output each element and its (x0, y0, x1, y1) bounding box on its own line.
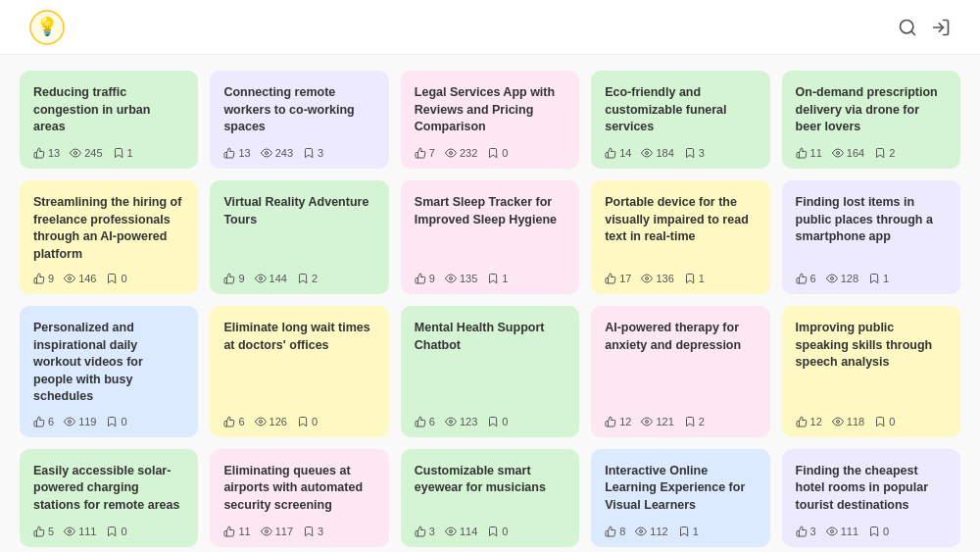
like-icon (33, 147, 45, 159)
idea-card[interactable]: Interactive Online Learning Experience f… (591, 449, 769, 547)
idea-card[interactable]: Virtual Reality Adventure Tours 9 144 (210, 180, 388, 294)
eye-icon (641, 273, 653, 284)
bookmark-icon (678, 526, 690, 537)
bookmark-icon (106, 273, 118, 284)
idea-card[interactable]: Improving public speaking skills through… (782, 306, 960, 437)
idea-card[interactable]: Eco-friendly and customizable funeral se… (591, 71, 769, 169)
eye-icon (832, 147, 844, 159)
like-icon (415, 416, 426, 427)
idea-card[interactable]: Eliminating queues at airports with auto… (210, 449, 388, 547)
card-title: On-demand prescription delivery via dron… (796, 84, 947, 137)
idea-card[interactable]: Personalized and inspirational daily wor… (20, 306, 198, 437)
eye-icon (641, 416, 653, 427)
svg-point-10 (69, 277, 72, 280)
svg-text:💡: 💡 (36, 16, 59, 37)
like-icon (605, 273, 616, 284)
bookmarks-count: 0 (502, 526, 508, 537)
card-title: Finding the cheapest hotel rooms in popu… (796, 463, 947, 516)
card-title: Customizable smart eyewear for musicians (415, 463, 565, 516)
views-stat: 117 (261, 526, 293, 537)
svg-point-15 (69, 420, 72, 423)
svg-point-24 (830, 529, 833, 532)
views-stat: 146 (64, 273, 96, 284)
bookmark-icon (297, 416, 309, 427)
bookmarks-stat: 3 (303, 147, 323, 159)
bookmarks-count: 1 (699, 273, 705, 284)
idea-card[interactable]: Portable device for the visually impaire… (591, 180, 769, 294)
likes-count: 6 (429, 416, 435, 427)
logo-icon: 💡 (29, 10, 65, 45)
svg-point-23 (640, 529, 643, 532)
cards-grid: Reducing traffic congestion in urban are… (0, 55, 980, 552)
idea-card[interactable]: Reducing traffic congestion in urban are… (20, 71, 198, 169)
likes-count: 6 (48, 416, 54, 427)
bookmarks-count: 1 (127, 147, 133, 159)
bookmarks-stat: 0 (106, 416, 126, 427)
views-stat: 126 (255, 416, 287, 427)
eye-icon (64, 416, 75, 427)
idea-card[interactable]: AI-powered therapy for anxiety and depre… (591, 306, 769, 437)
views-count: 245 (84, 147, 102, 159)
idea-card[interactable]: Finding the cheapest hotel rooms in popu… (782, 449, 960, 547)
views-count: 121 (656, 416, 673, 427)
like-icon (415, 147, 426, 159)
views-stat: 114 (445, 526, 477, 537)
likes-stat: 6 (33, 416, 54, 427)
card-stats: 9 135 1 (415, 273, 565, 284)
logo[interactable]: 💡 (29, 10, 73, 45)
idea-card[interactable]: Customizable smart eyewear for musicians… (401, 449, 579, 547)
views-count: 123 (460, 416, 477, 427)
card-stats: 9 144 2 (223, 273, 374, 284)
idea-card[interactable]: Finding lost items in public places thro… (782, 180, 960, 294)
like-icon (796, 526, 808, 537)
idea-card[interactable]: Legal Services App with Reviews and Pric… (401, 71, 579, 169)
views-count: 119 (78, 416, 96, 427)
card-title: Mental Health Support Chatbot (415, 320, 565, 406)
bookmarks-stat: 1 (684, 273, 705, 284)
like-icon (796, 416, 808, 427)
header-actions (898, 18, 951, 37)
svg-point-22 (449, 529, 452, 532)
bookmarks-count: 0 (502, 416, 508, 427)
bookmarks-count: 0 (889, 416, 895, 427)
card-stats: 11 164 2 (796, 147, 947, 159)
idea-card[interactable]: Mental Health Support Chatbot 6 123 (401, 306, 579, 437)
bookmarks-count: 2 (312, 273, 318, 284)
idea-card[interactable]: Smart Sleep Tracker for Improved Sleep H… (401, 180, 579, 294)
search-icon[interactable] (898, 18, 917, 37)
idea-card[interactable]: Eliminate long wait times at doctors' of… (210, 306, 388, 437)
likes-stat: 13 (223, 147, 250, 159)
bookmarks-stat: 2 (684, 416, 705, 427)
idea-card[interactable]: Streamlining the hiring of freelance pro… (20, 180, 198, 294)
bookmarks-count: 3 (318, 147, 323, 159)
bookmarks-stat: 0 (297, 416, 318, 427)
likes-stat: 9 (33, 273, 54, 284)
bookmarks-stat: 1 (487, 273, 508, 284)
views-stat: 164 (832, 147, 864, 159)
idea-card[interactable]: On-demand prescription delivery via dron… (782, 71, 960, 169)
views-count: 243 (275, 147, 293, 159)
eye-icon (255, 273, 267, 284)
bookmark-icon (874, 416, 886, 427)
svg-point-17 (449, 420, 452, 423)
bookmarks-count: 0 (502, 147, 508, 159)
likes-count: 3 (429, 526, 435, 537)
eye-icon (445, 416, 457, 427)
likes-stat: 6 (796, 273, 816, 284)
bookmarks-count: 0 (312, 416, 318, 427)
likes-stat: 17 (605, 273, 631, 284)
bookmark-icon (487, 416, 499, 427)
card-title: Reducing traffic congestion in urban are… (33, 84, 184, 137)
svg-point-11 (259, 277, 262, 280)
idea-card[interactable]: Easily accessible solar-powered charging… (20, 449, 198, 547)
eye-icon (261, 147, 272, 159)
eye-icon (64, 526, 75, 537)
idea-card[interactable]: Connecting remote workers to co-working … (210, 71, 388, 169)
eye-icon (445, 147, 457, 159)
bookmark-icon (106, 526, 118, 537)
likes-count: 11 (238, 526, 250, 537)
login-icon[interactable] (931, 18, 951, 37)
bookmark-icon (303, 526, 315, 537)
views-count: 146 (78, 273, 96, 284)
svg-point-16 (259, 420, 262, 423)
